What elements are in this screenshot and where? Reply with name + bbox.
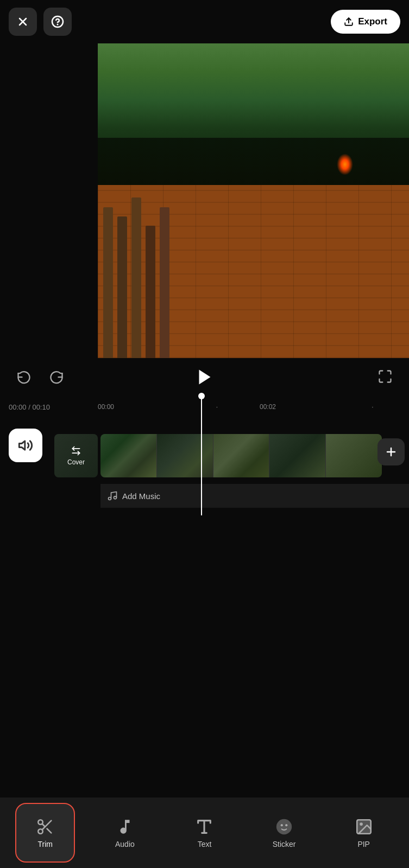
left-sidebar <box>0 43 98 797</box>
strip-segment-2 <box>157 434 213 477</box>
svg-point-20 <box>285 824 287 826</box>
help-button[interactable] <box>43 8 72 36</box>
play-icon <box>195 367 215 387</box>
pip-photo-icon <box>355 818 373 836</box>
audio-icon <box>115 817 135 837</box>
cover-label: Cover <box>67 458 85 466</box>
bottom-toolbar: Trim Audio Text <box>0 797 409 868</box>
video-lantern <box>337 154 353 175</box>
current-time: 00:00 <box>9 403 27 411</box>
add-music-label: Add Music <box>122 492 160 501</box>
pip-tool[interactable]: PIP <box>334 803 394 863</box>
dot-marker-2: · <box>372 403 373 411</box>
add-clip-button[interactable] <box>377 438 405 465</box>
text-icon <box>194 817 214 837</box>
audio-note-icon <box>116 818 134 836</box>
trim-icon <box>35 817 55 837</box>
redo-button[interactable] <box>43 363 70 391</box>
add-music-bar[interactable]: Add Music <box>100 484 409 508</box>
header-left <box>9 8 72 36</box>
volume-button[interactable] <box>9 429 42 462</box>
volume-icon <box>18 438 33 453</box>
playhead <box>201 396 202 515</box>
fullscreen-icon <box>377 369 393 384</box>
trim-tool[interactable]: Trim <box>15 803 75 863</box>
audio-label: Audio <box>115 840 135 848</box>
video-fence <box>98 169 238 358</box>
sticker-label: Sticker <box>273 840 296 848</box>
strip-segment-1 <box>100 434 157 477</box>
redo-icon <box>49 369 64 384</box>
sticker-tool[interactable]: Sticker <box>254 803 314 863</box>
sticker-face-icon <box>275 818 293 836</box>
svg-marker-6 <box>19 441 25 450</box>
video-preview <box>98 43 409 358</box>
dot-marker: · <box>216 403 218 411</box>
pip-icon <box>354 817 374 837</box>
text-t-icon <box>195 818 213 836</box>
marker-0: 00:00 <box>98 403 114 411</box>
strip-segment-4 <box>269 434 326 477</box>
time-display: 00:00 / 00:10 <box>9 403 50 411</box>
svg-line-15 <box>42 824 45 827</box>
fullscreen-button[interactable] <box>372 363 398 391</box>
timeline-header: 00:00 / 00:10 00:00 · 00:02 · <box>0 396 409 418</box>
pip-label: PIP <box>357 840 370 848</box>
sticker-icon <box>274 817 294 837</box>
timeline-markers: 00:00 · 00:02 · <box>98 396 409 418</box>
close-button[interactable] <box>9 8 37 36</box>
trim-label: Trim <box>38 840 53 848</box>
video-background <box>98 43 409 358</box>
total-time: 00:10 <box>32 403 50 411</box>
svg-point-22 <box>360 822 363 826</box>
svg-point-18 <box>276 819 292 834</box>
header: Export <box>0 0 409 43</box>
audio-tool[interactable]: Audio <box>95 803 155 863</box>
add-clip-icon <box>385 445 398 458</box>
undo-button[interactable] <box>11 363 37 391</box>
svg-point-10 <box>114 496 117 499</box>
marker-2: 00:02 <box>260 403 276 411</box>
music-note-icon <box>107 490 118 501</box>
text-label: Text <box>198 840 212 848</box>
export-button[interactable]: Export <box>331 10 400 34</box>
svg-line-14 <box>47 829 52 833</box>
text-tool[interactable]: Text <box>174 803 234 863</box>
export-label: Export <box>358 16 387 27</box>
video-strip[interactable] <box>100 434 382 477</box>
cover-clip[interactable]: Cover <box>54 434 98 477</box>
export-icon <box>344 17 354 27</box>
strip-segment-3 <box>213 434 270 477</box>
play-button[interactable] <box>191 363 218 391</box>
swap-icon <box>71 445 81 456</box>
strip-segment-5 <box>326 434 382 477</box>
svg-marker-5 <box>199 370 210 385</box>
svg-point-9 <box>109 497 111 500</box>
playback-controls <box>0 358 409 396</box>
scissors-icon <box>36 818 54 836</box>
undo-icon <box>16 369 32 384</box>
svg-point-19 <box>281 824 283 826</box>
